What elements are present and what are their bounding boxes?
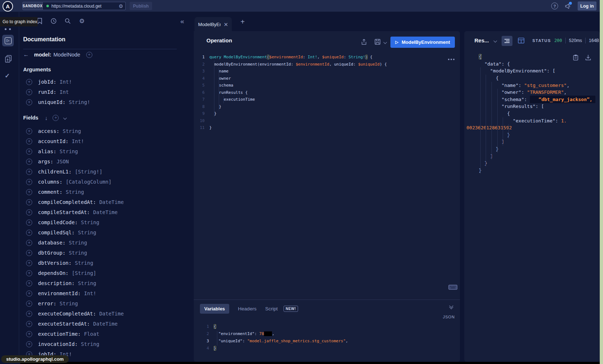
- login-button[interactable]: Log in: [578, 1, 596, 11]
- apollo-logo[interactable]: A: [3, 1, 13, 12]
- new-badge: NEW!: [284, 306, 298, 312]
- endpoint-url-box[interactable]: https://metadata.cloud.get ⚙: [43, 2, 126, 10]
- add-field-icon[interactable]: [26, 311, 32, 317]
- collapse-sidebar-icon[interactable]: «: [180, 17, 184, 25]
- editor-mode-label: JSON: [443, 315, 455, 319]
- add-field-icon[interactable]: [26, 250, 32, 256]
- add-field-icon[interactable]: [26, 159, 32, 165]
- add-all-fields-icon[interactable]: [53, 115, 59, 121]
- close-tab-icon[interactable]: ✕: [223, 22, 228, 27]
- publish-button[interactable]: Publish: [130, 2, 152, 10]
- help-icon[interactable]: ?: [551, 3, 558, 9]
- save-options-chevron-icon[interactable]: [384, 41, 387, 44]
- tab-headers[interactable]: Headers: [238, 306, 256, 311]
- top-bar: SANDBOX https://metadata.cloud.get ⚙ Pub…: [0, 0, 603, 12]
- add-field-icon[interactable]: [26, 240, 32, 246]
- json-view-toggle[interactable]: [502, 36, 512, 46]
- add-field-icon[interactable]: [26, 290, 32, 297]
- add-field-icon[interactable]: [26, 128, 32, 134]
- add-field-icon[interactable]: [26, 321, 32, 327]
- add-field-icon[interactable]: [26, 138, 32, 145]
- add-field-icon[interactable]: [26, 280, 32, 286]
- run-operation-button[interactable]: ▷ ModelByEnvironment: [390, 37, 455, 48]
- settings-gear-icon[interactable]: ⚙: [79, 18, 85, 24]
- code-line: 4 owner: [194, 75, 455, 82]
- new-tab-button[interactable]: +: [240, 18, 245, 26]
- fields-heading-row: Fields ↓: [23, 113, 66, 122]
- sidebar-item-checks[interactable]: ✓: [5, 72, 10, 80]
- editor-overflow-menu-icon[interactable]: [448, 59, 455, 60]
- apollo-sandbox-screen: SANDBOX https://metadata.cloud.get ⚙ Pub…: [0, 0, 603, 364]
- download-response-icon[interactable]: [585, 54, 591, 60]
- explorer-play-icon: ▷: [5, 37, 12, 44]
- variables-editor[interactable]: 1{2 "environmentId": 78,3 "uniqueId": "m…: [194, 323, 455, 352]
- operation-panel: Operation ▷ ModelByEnvironment 1query Mo…: [194, 31, 460, 362]
- save-icon[interactable]: [374, 39, 381, 45]
- add-field-icon[interactable]: [26, 189, 32, 195]
- tab-modelbyenvironment[interactable]: ModelByEnvi... ✕: [194, 17, 232, 32]
- code-line: ]: [479, 152, 600, 160]
- operation-editor[interactable]: 1query ModelByEnvironment($environmentId…: [194, 51, 455, 290]
- code-line: 8 }: [194, 103, 455, 110]
- field-row: error String: [23, 298, 177, 309]
- sort-fields-icon[interactable]: ↓: [45, 115, 48, 121]
- add-field-icon[interactable]: [26, 179, 32, 185]
- add-field-icon[interactable]: [26, 219, 32, 226]
- add-argument-icon[interactable]: [26, 79, 32, 85]
- add-field-icon[interactable]: [26, 341, 32, 347]
- code-line: }: [479, 167, 600, 174]
- tab-variables[interactable]: Variables: [200, 304, 229, 314]
- response-title: Res...: [474, 37, 489, 43]
- response-duration: 520ms: [569, 38, 582, 43]
- response-panel: Res... STATUS 200 520ms 164B { "data": {…: [464, 31, 600, 362]
- search-icon[interactable]: [64, 18, 71, 24]
- announcements-megaphone-icon[interactable]: [564, 3, 571, 10]
- sidebar-item-explorer[interactable]: ▷: [2, 35, 14, 46]
- add-field-icon[interactable]: [26, 270, 32, 276]
- field-row: description String: [23, 278, 177, 288]
- field-row: access String: [23, 126, 177, 136]
- code-line: 3 "uniqueId": "model.jaffle_shop_metrics…: [194, 337, 455, 344]
- response-dropdown-chevron-icon[interactable]: [494, 39, 497, 43]
- indent-guide: [486, 75, 486, 167]
- add-field-icon[interactable]: [26, 331, 32, 337]
- endpoint-url-input[interactable]: https://metadata.cloud.get: [51, 4, 116, 9]
- add-field-icon[interactable]: [26, 230, 32, 236]
- field-row: compiledCode String: [23, 217, 177, 227]
- add-argument-icon[interactable]: [26, 99, 32, 105]
- meta-divider: [565, 38, 566, 43]
- status-label: STATUS: [532, 38, 551, 43]
- variables-section: Variables Headers Script NEW! JSON 1{2 "…: [194, 300, 460, 362]
- breadcrumb-type[interactable]: ModelNode: [54, 52, 80, 58]
- add-argument-icon[interactable]: [26, 89, 32, 95]
- endpoint-settings-gear-icon[interactable]: ⚙: [118, 4, 123, 9]
- field-row: args JSON: [23, 156, 177, 167]
- add-field-icon[interactable]: [26, 301, 32, 307]
- bottom-edge: [20, 362, 603, 364]
- collapse-panel-icon[interactable]: [450, 306, 453, 309]
- tooltip-go-to-graph-index: Go to graph index: [0, 17, 38, 26]
- sidebar-item-schema[interactable]: [4, 55, 12, 63]
- fields-heading: Fields: [23, 115, 38, 121]
- response-viewer[interactable]: { "data": { "modelByEnvironment": [ { "n…: [464, 51, 600, 174]
- tab-label: ModelByEnvi...: [198, 22, 221, 27]
- add-field-icon[interactable]: [26, 260, 32, 266]
- share-icon[interactable]: [361, 39, 367, 45]
- add-field-icon[interactable]: [26, 169, 32, 175]
- keyboard-shortcuts-icon[interactable]: [448, 285, 457, 290]
- back-arrow-icon[interactable]: ←: [23, 51, 34, 58]
- field-row: executeCompletedAt DateTime: [23, 309, 177, 319]
- table-view-toggle[interactable]: [518, 38, 524, 43]
- history-icon[interactable]: [50, 18, 57, 24]
- meta-divider: [585, 38, 586, 43]
- add-field-icon[interactable]: [26, 209, 32, 216]
- code-line: "modelByEnvironment": [: [479, 67, 600, 75]
- copy-response-icon[interactable]: [573, 54, 578, 60]
- add-field-icon[interactable]: [26, 199, 32, 205]
- field-row: database String: [23, 238, 177, 248]
- add-field-icon[interactable]: [26, 148, 32, 155]
- add-field-icon[interactable]: [86, 52, 92, 58]
- chevron-down-icon[interactable]: [63, 116, 67, 120]
- tab-script[interactable]: Script: [265, 306, 278, 311]
- code-line: 5 schema: [194, 82, 455, 89]
